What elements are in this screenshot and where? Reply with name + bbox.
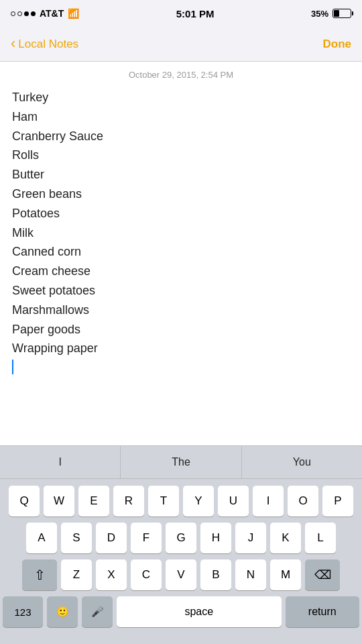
key-j[interactable]: J [235, 523, 266, 553]
note-text[interactable]: Turkey Ham Cranberry Sauce Rolls Butter … [12, 88, 350, 374]
key-d[interactable]: D [96, 523, 127, 553]
list-item: Butter [12, 165, 350, 184]
signal-dot-3 [24, 11, 29, 16]
key-y[interactable]: Y [183, 486, 214, 517]
key-p[interactable]: P [322, 486, 353, 517]
key-a[interactable]: A [26, 523, 57, 553]
key-l[interactable]: L [305, 523, 336, 553]
status-right: 35% [311, 9, 351, 19]
emoji-button[interactable]: 🙂 [47, 596, 78, 627]
emoji-icon: 🙂 [56, 606, 69, 618]
key-z[interactable]: Z [61, 559, 92, 590]
key-e[interactable]: E [78, 486, 109, 517]
list-item: Rolls [12, 146, 350, 165]
nav-bar: ‹ Local Notes Done [0, 27, 362, 62]
key-m[interactable]: M [270, 559, 301, 590]
status-time: 5:01 PM [176, 8, 215, 19]
keyboard-row-1: Q W E R T Y U I O P [3, 486, 359, 517]
list-item: Potatoes [12, 204, 350, 223]
carrier-label: AT&T [40, 8, 64, 19]
status-left: AT&T 📶 [11, 8, 79, 19]
key-u[interactable]: U [218, 486, 249, 517]
battery-icon [333, 9, 351, 18]
keyboard-row-4: 123 🙂 🎤 space return [3, 596, 359, 627]
key-c[interactable]: C [131, 559, 162, 590]
note-content-area[interactable]: October 29, 2015, 2:54 PM Turkey Ham Cra… [0, 62, 362, 445]
keyboard: Q W E R T Y U I O P A S D F G H J K L ⇧ … [0, 479, 362, 644]
keyboard-row-3: ⇧ Z X C V B N M ⌫ [3, 559, 359, 590]
predictive-item-3[interactable]: You [242, 446, 362, 478]
key-b[interactable]: B [200, 559, 231, 590]
key-q[interactable]: Q [9, 486, 40, 517]
key-f[interactable]: F [131, 523, 162, 553]
signal-dots [11, 11, 36, 16]
chevron-left-icon: ‹ [11, 36, 15, 51]
key-v[interactable]: V [166, 559, 196, 590]
list-item: Green beans [12, 184, 350, 204]
list-item: Cranberry Sauce [12, 127, 350, 146]
signal-dot-2 [17, 11, 22, 16]
predictive-bar: I The You [0, 445, 362, 479]
back-button[interactable]: ‹ Local Notes [11, 38, 78, 51]
list-item: Milk [12, 223, 350, 243]
mic-icon: 🎤 [91, 606, 104, 618]
note-date: October 29, 2015, 2:54 PM [12, 70, 350, 80]
signal-dot-1 [11, 11, 15, 16]
done-button[interactable]: Done [323, 38, 352, 51]
battery-fill [334, 10, 339, 17]
delete-icon: ⌫ [314, 568, 331, 582]
key-i[interactable]: I [253, 486, 284, 517]
return-button[interactable]: return [286, 596, 359, 627]
key-h[interactable]: H [200, 523, 231, 553]
wifi-icon: 📶 [68, 8, 79, 19]
shift-icon: ⇧ [34, 567, 46, 583]
key-n[interactable]: N [235, 559, 266, 590]
key-g[interactable]: G [166, 523, 196, 553]
key-s[interactable]: S [61, 523, 92, 553]
key-k[interactable]: K [270, 523, 301, 553]
keyboard-row-2: A S D F G H J K L [3, 523, 359, 553]
cursor-line [12, 360, 350, 374]
list-item: Sweet potatoes [12, 281, 350, 301]
list-item: Paper goods [12, 320, 350, 339]
list-item: Turkey [12, 88, 350, 107]
predictive-item-2[interactable]: The [121, 446, 241, 478]
list-item: Canned corn [12, 242, 350, 262]
status-bar: AT&T 📶 5:01 PM 35% [0, 0, 362, 27]
key-x[interactable]: X [96, 559, 127, 590]
predictive-item-1[interactable]: I [0, 446, 121, 478]
space-button[interactable]: space [117, 596, 282, 627]
signal-dot-4 [31, 11, 36, 16]
battery-pct-label: 35% [311, 9, 328, 19]
delete-button[interactable]: ⌫ [305, 559, 340, 590]
numbers-button[interactable]: 123 [3, 596, 43, 627]
list-item: Cream cheese [12, 262, 350, 281]
key-o[interactable]: O [288, 486, 318, 517]
key-t[interactable]: T [148, 486, 179, 517]
list-item: Marshmallows [12, 301, 350, 320]
mic-button[interactable]: 🎤 [82, 596, 113, 627]
key-w[interactable]: W [44, 486, 74, 517]
key-r[interactable]: R [113, 486, 144, 517]
back-label: Local Notes [18, 38, 78, 51]
list-item: Wrapping paper [12, 339, 350, 358]
shift-button[interactable]: ⇧ [22, 559, 57, 590]
text-cursor [12, 360, 13, 374]
list-item: Ham [12, 107, 350, 127]
